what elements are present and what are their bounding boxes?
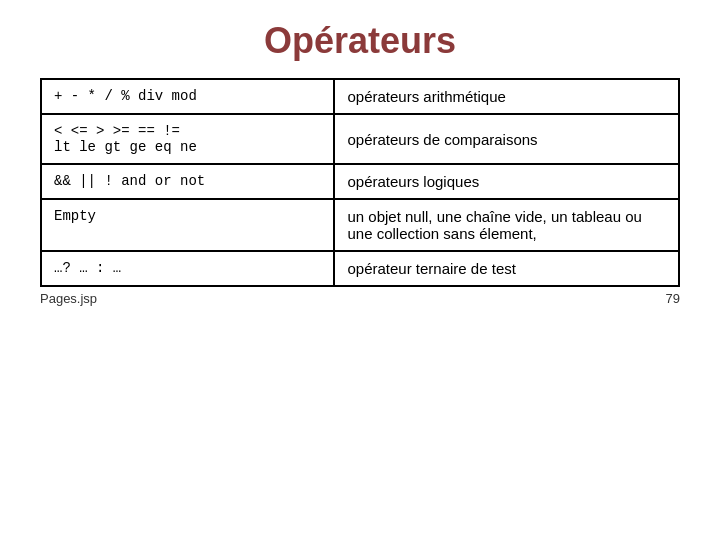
table-row-left-0: + - * / % div mod — [41, 79, 334, 114]
table-row-left-2: && || ! and or not — [41, 164, 334, 199]
table-row-left-4: …? … : … — [41, 251, 334, 286]
table-row-right-2: opérateurs logiques — [334, 164, 679, 199]
table-wrapper: + - * / % div modopérateurs arithmétique… — [40, 78, 680, 287]
table-row-left-3: Empty — [41, 199, 334, 251]
table-row-right-1: opérateurs de comparaisons — [334, 114, 679, 164]
operators-table: + - * / % div modopérateurs arithmétique… — [40, 78, 680, 287]
table-row-left-1: < <= > >= == != lt le gt ge eq ne — [41, 114, 334, 164]
page-title: Opérateurs — [264, 20, 456, 62]
footer-row: Pages.jsp 79 — [40, 291, 680, 306]
table-row-right-0: opérateurs arithmétique — [334, 79, 679, 114]
page-container: Opérateurs + - * / % div modopérateurs a… — [0, 0, 720, 540]
table-row-right-4: opérateur ternaire de test — [334, 251, 679, 286]
table-row-right-3: un objet null, une chaîne vide, un table… — [334, 199, 679, 251]
footer-label: Pages.jsp — [40, 291, 97, 306]
footer-page: 79 — [666, 291, 680, 306]
